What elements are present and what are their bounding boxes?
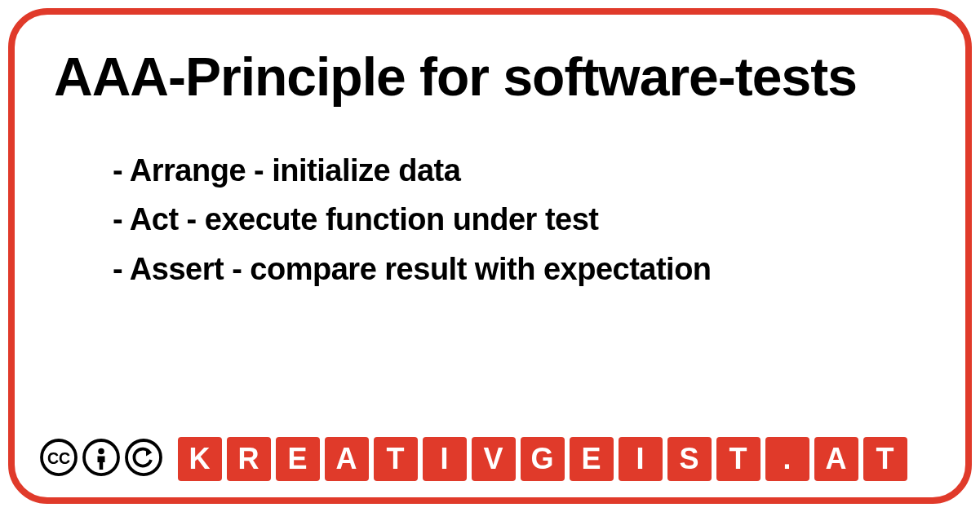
- domain-letter: A: [325, 437, 369, 481]
- domain-letter: T: [716, 437, 760, 481]
- svg-point-4: [126, 440, 161, 474]
- sa-icon: [124, 438, 163, 480]
- svg-point-3: [98, 448, 104, 455]
- footer: CC K R E A T I V G E I S T . A T: [39, 437, 907, 481]
- list-item: Arrange - initialize data: [113, 146, 926, 196]
- domain-letter: .: [765, 437, 809, 481]
- by-icon: [82, 438, 121, 480]
- domain-letter: V: [472, 437, 516, 481]
- domain-letter: T: [374, 437, 418, 481]
- domain-letter: S: [667, 437, 712, 481]
- list-item: Assert - compare result with expectation: [113, 245, 926, 294]
- license-icons: CC: [39, 438, 163, 480]
- domain-letter: I: [423, 437, 467, 481]
- domain-letter: K: [178, 437, 222, 481]
- info-card: AAA-Principle for software-tests Arrange…: [8, 8, 972, 504]
- list-item: Act - execute function under test: [113, 195, 926, 245]
- domain-letter: I: [619, 437, 663, 481]
- domain-letter: R: [227, 437, 271, 481]
- domain-badge: K R E A T I V G E I S T . A T: [178, 437, 907, 481]
- svg-text:CC: CC: [47, 449, 70, 467]
- cc-icon: CC: [39, 438, 78, 480]
- domain-letter: G: [521, 437, 565, 481]
- domain-letter: E: [276, 437, 320, 481]
- page-title: AAA-Principle for software-tests: [54, 47, 926, 107]
- domain-letter: T: [863, 437, 907, 481]
- domain-letter: A: [814, 437, 858, 481]
- domain-letter: E: [570, 437, 614, 481]
- principle-list: Arrange - initialize data Act - execute …: [54, 146, 926, 294]
